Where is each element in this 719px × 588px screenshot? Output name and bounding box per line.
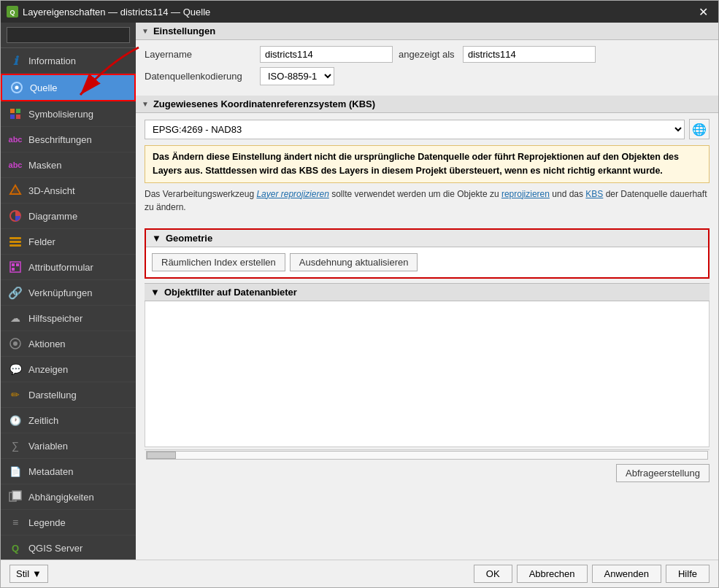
- app-icon: Q: [7, 6, 18, 18]
- darstellung-icon: ✏: [8, 387, 23, 402]
- svg-rect-15: [12, 263, 15, 266]
- legende-icon: ≡: [8, 515, 23, 530]
- sidebar-item-darstellung[interactable]: ✏ Darstellung: [1, 382, 136, 408]
- angezeigt-input[interactable]: [463, 46, 596, 63]
- stil-button[interactable]: Stil ▼: [9, 565, 48, 583]
- geometrie-arrow-icon: ▼: [152, 233, 161, 244]
- encoding-row: Datenquellenkodierung ISO-8859-1: [145, 67, 710, 85]
- ausdehnung-button[interactable]: Ausdehnung aktualisieren: [290, 253, 418, 271]
- sidebar-item-3d-ansicht[interactable]: 3D-Ansicht: [1, 178, 136, 204]
- svg-rect-17: [12, 268, 15, 271]
- main-window: Q Layereigenschaften — districts114 — Qu…: [0, 0, 719, 588]
- svg-point-3: [15, 86, 19, 90]
- svg-rect-21: [12, 491, 21, 500]
- encoding-label: Datenquellenkodierung: [145, 71, 254, 82]
- svg-rect-13: [9, 244, 21, 247]
- sidebar-label-beschriftungen: Beschriftungen: [28, 134, 92, 145]
- encoding-select[interactable]: ISO-8859-1: [260, 67, 334, 85]
- svg-rect-6: [10, 115, 15, 119]
- einstellungen-header: ▼ Einstellungen: [136, 23, 718, 40]
- sidebar-label-verknupfungen: Verknüpfungen: [28, 287, 92, 298]
- felder-icon: [8, 234, 23, 249]
- titlebar: Q Layereigenschaften — districts114 — Qu…: [1, 1, 718, 23]
- hilfe-button[interactable]: Hilfe: [666, 565, 710, 583]
- reprojizieren-link[interactable]: Layer reprojizieren: [256, 189, 328, 199]
- raeumlichen-index-button[interactable]: Räumlichen Index erstellen: [152, 253, 285, 271]
- einstellungen-arrow-icon: ▼: [142, 27, 149, 35]
- sidebar-item-aktionen[interactable]: Aktionen: [1, 331, 136, 357]
- crs-row: EPSG:4269 - NAD83 🌐: [145, 119, 710, 139]
- layername-label: Layername: [145, 49, 254, 60]
- kbs-arrow-icon: ▼: [142, 100, 149, 108]
- diagramme-icon: [8, 209, 23, 223]
- sidebar-label-qgis-server: QGIS Server: [28, 543, 82, 554]
- crs-select[interactable]: EPSG:4269 - NAD83: [145, 120, 685, 139]
- svg-rect-12: [9, 241, 21, 243]
- footer-right: OK Abbrechen Anwenden Hilfe: [474, 565, 710, 583]
- sidebar-label-quelle: Quelle: [30, 82, 58, 93]
- sidebar-item-masken[interactable]: abc Masken: [1, 152, 136, 178]
- sidebar-label-masken: Masken: [28, 160, 62, 171]
- svg-rect-11: [9, 237, 21, 239]
- geometrie-buttons: Räumlichen Index erstellen Ausdehnung ak…: [146, 247, 708, 277]
- reprojizieren-link2[interactable]: reprojizieren: [501, 189, 550, 199]
- search-box: [1, 23, 136, 48]
- zeitlich-icon: 🕐: [8, 413, 23, 428]
- close-button[interactable]: ✕: [694, 4, 712, 20]
- query-row: Abfrageerstellung: [136, 461, 718, 485]
- hscrollbar-thumb[interactable]: [147, 452, 176, 459]
- sidebar-item-metadaten[interactable]: 📄 Metadaten: [1, 459, 136, 484]
- sidebar-label-3d: 3D-Ansicht: [28, 185, 75, 196]
- abbrechen-button[interactable]: Abbrechen: [517, 565, 588, 583]
- sidebar-item-verknupfungen[interactable]: 🔗 Verknüpfungen: [1, 280, 136, 306]
- sidebar-label-diagramme: Diagramme: [28, 211, 77, 222]
- qgis-server-icon: Q: [8, 541, 23, 555]
- kbs-info-text: Das Verarbeitungswerkzeug Layer reprojiz…: [145, 187, 710, 214]
- search-input[interactable]: [7, 27, 130, 43]
- sidebar-label-metadaten: Metadaten: [28, 466, 73, 477]
- sidebar-label-information: Information: [28, 55, 76, 66]
- geometrie-title: Geometrie: [166, 233, 212, 244]
- anzeigen-icon: 💬: [8, 362, 23, 376]
- objektfilter-textarea[interactable]: [145, 301, 710, 447]
- titlebar-left: Q Layereigenschaften — districts114 — Qu…: [7, 6, 210, 18]
- sidebar-item-diagramme[interactable]: Diagramme: [1, 204, 136, 229]
- hscrollbar[interactable]: [146, 451, 708, 460]
- sidebar-item-variablen[interactable]: ∑ Variablen: [1, 433, 136, 459]
- quelle-icon: [9, 80, 24, 95]
- sidebar-item-zeitlich[interactable]: 🕐 Zeitlich: [1, 408, 136, 433]
- crs-globe-button[interactable]: 🌐: [689, 119, 710, 139]
- anwenden-button[interactable]: Anwenden: [592, 565, 661, 583]
- angezeigt-label: angezeigt als: [399, 49, 457, 60]
- layername-input[interactable]: [260, 46, 393, 63]
- hilfsspeicher-icon: ☁: [8, 311, 23, 325]
- footer: Stil ▼ OK Abbrechen Anwenden Hilfe: [1, 560, 718, 587]
- sidebar-item-quelle[interactable]: Quelle: [1, 74, 136, 101]
- sidebar-item-beschriftungen[interactable]: abc Beschriftungen: [1, 127, 136, 152]
- sidebar-item-legende[interactable]: ≡ Legende: [1, 510, 136, 535]
- beschriftungen-icon: abc: [8, 132, 23, 147]
- sidebar-item-information[interactable]: ℹ Information: [1, 48, 136, 74]
- warning-text: Das Ändern diese Einstellung ändert nich…: [153, 152, 679, 176]
- main-content: ℹ Information Quelle: [1, 23, 718, 560]
- footer-left: Stil ▼: [9, 565, 48, 583]
- kbs-link[interactable]: KBS: [585, 189, 603, 199]
- abfrageerstellung-button[interactable]: Abfrageerstellung: [616, 464, 710, 482]
- sidebar-item-attributformular[interactable]: Attributformular: [1, 255, 136, 280]
- symbolisierung-icon: [8, 107, 23, 121]
- masken-icon: abc: [8, 158, 23, 172]
- sidebar-item-abhangigkeiten[interactable]: Abhängigkeiten: [1, 484, 136, 510]
- sidebar-item-hilfsspeicher[interactable]: ☁ Hilfsspeicher: [1, 306, 136, 331]
- einstellungen-content: Layername angezeigt als Datenquellenkodi…: [136, 40, 718, 96]
- svg-text:Q: Q: [9, 9, 15, 16]
- sidebar-item-symbolisierung[interactable]: Symbolisierung: [1, 101, 136, 127]
- sidebar-label-attributformular: Attributformular: [28, 262, 93, 273]
- sidebar-item-anzeigen[interactable]: 💬 Anzeigen: [1, 357, 136, 382]
- sidebar-label-darstellung: Darstellung: [28, 390, 77, 401]
- aktionen-icon: [8, 336, 23, 351]
- sidebar-item-qgis-server[interactable]: Q QGIS Server: [1, 535, 136, 560]
- einstellungen-title: Einstellungen: [153, 26, 215, 36]
- ok-button[interactable]: OK: [474, 565, 512, 583]
- sidebar-item-felder[interactable]: Felder: [1, 229, 136, 255]
- svg-rect-5: [16, 109, 20, 113]
